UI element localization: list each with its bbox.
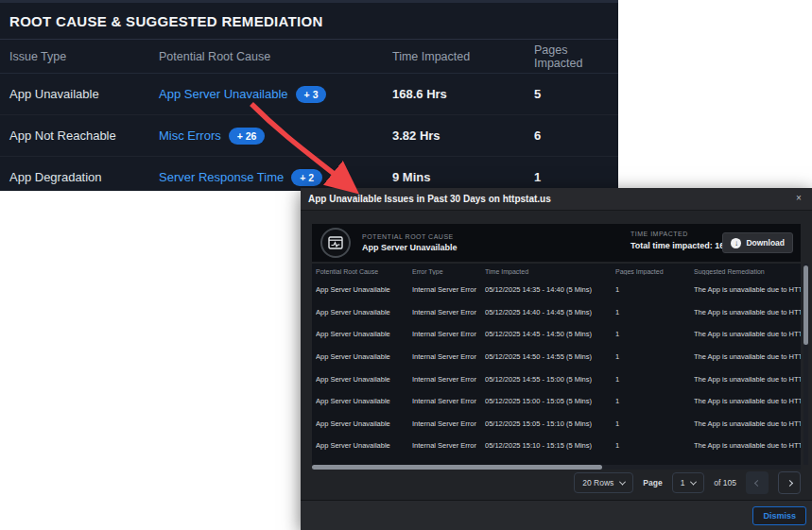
page-value: 1 bbox=[681, 478, 685, 487]
root-cause-cell: Misc Errors+ 26 bbox=[159, 128, 392, 145]
dismiss-button[interactable]: Dismiss bbox=[752, 506, 806, 525]
issue-root-cause: App Server Unavailable bbox=[316, 285, 412, 294]
issue-type-cell: App Degradation bbox=[9, 170, 159, 184]
time-impacted-cell: 168.6 Hrs bbox=[392, 87, 534, 101]
issue-row: App Server Unavailable Internal Server E… bbox=[312, 279, 801, 301]
issue-root-cause: App Server Unavailable bbox=[316, 397, 412, 405]
issue-root-cause: App Server Unavailable bbox=[316, 375, 412, 384]
page-select[interactable]: 1 bbox=[672, 472, 705, 493]
col-time-impacted: Time Impacted bbox=[392, 50, 534, 63]
issues-table-header: Potential Root Cause Error Type Time Imp… bbox=[312, 264, 801, 279]
issue-pages: 1 bbox=[615, 285, 694, 294]
pagination: 20 Rows Page 1 of 105 bbox=[574, 470, 801, 495]
app-monitor-icon bbox=[320, 228, 351, 258]
root-cause-link[interactable]: App Server Unavailable bbox=[159, 87, 288, 101]
pages-impacted-cell: 5 bbox=[534, 87, 609, 101]
issue-root-cause: App Server Unavailable bbox=[316, 419, 412, 428]
issue-time: 05/12/2025 15:10 - 15:15 (5 Mins) bbox=[485, 441, 615, 450]
vertical-scrollbar-thumb[interactable] bbox=[803, 265, 808, 345]
issue-pages: 1 bbox=[615, 352, 694, 361]
issue-error-type: Internal Server Error bbox=[412, 397, 485, 405]
root-cause-row: App Unavailable App Server Unavailable+ … bbox=[0, 74, 618, 115]
root-cause-link[interactable]: Misc Errors bbox=[159, 128, 221, 143]
summary-root-cause-label: POTENTIAL ROOT CAUSE bbox=[362, 232, 458, 241]
modal-title: App Unavailable Issues in Past 30 Days o… bbox=[301, 194, 551, 204]
root-cause-panel: ROOT CAUSE & SUGGESTED REMEDIATION Issue… bbox=[0, 0, 618, 191]
col-pages-impacted: Pages Impacted bbox=[534, 43, 609, 70]
issue-root-cause: App Server Unavailable bbox=[316, 308, 412, 316]
issue-row: App Server Unavailable Internal Server E… bbox=[312, 435, 801, 457]
modal-footer: Dismiss bbox=[301, 500, 812, 530]
chevron-down-icon bbox=[619, 478, 626, 485]
horizontal-scrollbar-thumb[interactable] bbox=[312, 465, 602, 470]
issue-time: 05/12/2025 14:45 - 14:50 (5 Mins) bbox=[485, 330, 615, 338]
issue-error-type: Internal Server Error bbox=[412, 352, 485, 361]
issue-remediation: The App is unavailable due to HTTP Error… bbox=[694, 285, 801, 294]
pages-impacted-cell: 6 bbox=[534, 128, 609, 143]
issue-type-cell: App Unavailable bbox=[9, 87, 159, 101]
count-badge[interactable]: + 26 bbox=[229, 128, 266, 145]
root-cause-row: App Not Reachable Misc Errors+ 26 3.82 H… bbox=[0, 115, 618, 157]
pages-impacted-cell: 1 bbox=[534, 170, 609, 184]
modal-titlebar: App Unavailable Issues in Past 30 Days o… bbox=[301, 188, 812, 211]
issue-row: App Server Unavailable Internal Server E… bbox=[312, 457, 801, 465]
download-label: Download bbox=[746, 238, 785, 248]
issues-modal: App Unavailable Issues in Past 30 Days o… bbox=[301, 188, 812, 530]
panel-header-row: Issue Type Potential Root Cause Time Imp… bbox=[0, 40, 618, 74]
root-cause-row: App Degradation Server Response Time+ 2 … bbox=[0, 157, 618, 191]
issue-error-type: Internal Server Error bbox=[412, 419, 485, 428]
issue-root-cause: App Server Unavailable bbox=[316, 441, 412, 450]
root-cause-cell: Server Response Time+ 2 bbox=[159, 169, 392, 186]
time-impacted-cell: 3.82 Hrs bbox=[392, 128, 534, 143]
issue-remediation: The App is unavailable due to HTTP Error… bbox=[694, 419, 801, 428]
issue-type-cell: App Not Reachable bbox=[9, 128, 159, 143]
issue-remediation: The App is unavailable due to HTTP Error… bbox=[694, 397, 801, 405]
issue-error-type: Internal Server Error bbox=[412, 330, 485, 338]
chevron-left-icon bbox=[753, 479, 760, 486]
download-icon: ↓ bbox=[731, 238, 741, 248]
close-icon[interactable]: × bbox=[792, 192, 805, 205]
issue-row: App Server Unavailable Internal Server E… bbox=[312, 346, 801, 368]
col-time: Time Impacted bbox=[485, 268, 615, 275]
issue-root-cause: App Server Unavailable bbox=[316, 330, 412, 338]
summary-root-cause: POTENTIAL ROOT CAUSE App Server Unavaila… bbox=[362, 232, 458, 253]
next-page-button[interactable] bbox=[778, 471, 801, 494]
issue-row: App Server Unavailable Internal Server E… bbox=[312, 413, 801, 436]
issue-time: 05/12/2025 14:50 - 14:55 (5 Mins) bbox=[485, 352, 615, 361]
page-count-label: of 105 bbox=[714, 478, 736, 487]
col-pages: Pages Impacted bbox=[615, 268, 694, 275]
issue-error-type: Internal Server Error bbox=[412, 375, 485, 384]
issue-time: 05/12/2025 14:55 - 15:00 (5 Mins) bbox=[485, 375, 615, 384]
col-root-cause: Potential Root Cause bbox=[316, 268, 412, 275]
summary-bar: POTENTIAL ROOT CAUSE App Server Unavaila… bbox=[312, 224, 801, 262]
issue-remediation: The App is unavailable due to HTTP Error… bbox=[694, 308, 801, 316]
issue-remediation: The App is unavailable due to HTTP Error… bbox=[694, 330, 801, 338]
time-impacted-cell: 9 Mins bbox=[392, 170, 534, 184]
issue-error-type: Internal Server Error bbox=[412, 308, 485, 316]
issue-pages: 1 bbox=[615, 441, 694, 450]
issue-time: 05/12/2025 14:40 - 14:45 (5 Mins) bbox=[485, 308, 615, 316]
horizontal-scrollbar[interactable] bbox=[312, 465, 801, 470]
rows-per-page-select[interactable]: 20 Rows bbox=[574, 472, 633, 493]
issue-pages: 1 bbox=[615, 375, 694, 384]
issue-time: 05/12/2025 15:00 - 15:05 (5 Mins) bbox=[485, 397, 615, 405]
download-button[interactable]: ↓ Download bbox=[722, 232, 793, 253]
issue-remediation: The App is unavailable due to HTTP Error… bbox=[694, 375, 801, 384]
vertical-scrollbar[interactable] bbox=[803, 264, 808, 465]
col-potential-root-cause: Potential Root Cause bbox=[159, 50, 392, 63]
issue-remediation: The App is unavailable due to HTTP Error… bbox=[694, 352, 801, 361]
root-cause-cell: App Server Unavailable+ 3 bbox=[159, 86, 392, 103]
count-badge[interactable]: + 3 bbox=[296, 86, 327, 103]
issue-pages: 1 bbox=[615, 419, 694, 428]
count-badge[interactable]: + 2 bbox=[291, 169, 322, 186]
col-remediation: Suggested Remediation bbox=[694, 268, 801, 275]
previous-page-button[interactable] bbox=[746, 471, 769, 494]
col-error-type: Error Type bbox=[412, 268, 485, 275]
issues-table: Potential Root Cause Error Type Time Imp… bbox=[312, 264, 801, 465]
page-label: Page bbox=[643, 478, 662, 487]
chevron-right-icon bbox=[786, 479, 792, 486]
issue-row: App Server Unavailable Internal Server E… bbox=[312, 390, 801, 413]
root-cause-link[interactable]: Server Response Time bbox=[159, 170, 284, 184]
issue-time: 05/12/2025 15:05 - 15:10 (5 Mins) bbox=[485, 419, 615, 428]
issue-row: App Server Unavailable Internal Server E… bbox=[312, 368, 801, 390]
